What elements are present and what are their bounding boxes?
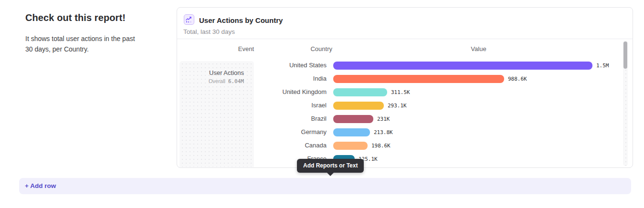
value-bar[interactable] [333,128,370,136]
report-card[interactable]: User Actions by Country Total, last 30 d… [177,7,633,168]
bar-container: 1.5M [333,59,622,72]
bar-value-label: 213.8K [374,129,393,135]
bar-container: 293.1K [333,99,622,112]
chart-row: India 988.6K [177,72,622,85]
value-bar[interactable] [333,115,373,123]
add-reports-tooltip: Add Reports or Text [297,159,364,173]
bar-container: 988.6K [333,72,622,85]
value-bar[interactable] [333,62,592,70]
column-header-country: Country [254,45,332,52]
add-row-label: + Add row [19,178,631,194]
bar-value-label: 311.5K [391,89,410,95]
report-title: User Actions by Country [199,16,283,24]
tooltip-label: Add Reports or Text [303,162,358,169]
add-row-button[interactable]: + Add row [19,178,631,194]
bar-container: 231K [333,112,622,125]
chart-rows: United States 1.5M India 988.6K United K… [177,59,622,166]
chart-row: Brazil 231K [177,112,622,125]
bar-container: 311.5K [333,85,622,99]
bar-container: 125.1K [333,152,622,166]
chart-row: United Kingdom 311.5K [177,85,622,99]
report-subtitle: Total, last 30 days [183,28,235,35]
country-label: Brazil [254,112,327,125]
country-label: United Kingdom [254,85,327,99]
chart-row: France 125.1K [177,152,622,166]
value-bar[interactable] [333,142,368,150]
vertical-scrollbar-track[interactable] [623,41,628,166]
country-label: India [254,72,327,85]
bar-value-label: 231K [377,116,390,122]
insights-chart-icon [184,14,194,25]
vertical-scrollbar-thumb[interactable] [623,42,627,69]
country-label: Canada [254,139,327,152]
page-description: It shows total user actions in the past … [25,34,142,54]
report-card-header: User Actions by Country Total, last 30 d… [177,8,633,39]
bar-value-label: 198.6K [371,143,391,149]
chart-row: Israel 293.1K [177,99,622,112]
chart-row: United States 1.5M [177,59,622,72]
country-label: Israel [254,99,327,112]
bar-chart-table: Event Country Value User Actions Overall… [177,39,633,167]
bar-value-label: 293.1K [388,103,407,109]
column-header-event: Event [179,45,254,52]
bar-container: 198.6K [333,139,622,152]
chart-row: Germany 213.8K [177,125,622,139]
country-label: United States [254,59,327,72]
country-label: Germany [254,125,327,139]
page-title: Check out this report! [25,12,149,23]
intro-text-block: Check out this report! It shows total us… [25,12,149,54]
chart-row: Canada 198.6K [177,139,622,152]
bar-container: 213.8K [333,125,622,139]
value-bar[interactable] [333,75,504,83]
bar-value-label: 1.5M [596,62,609,69]
bar-value-label: 988.6K [508,76,527,82]
value-bar[interactable] [333,88,387,96]
value-bar[interactable] [333,102,384,110]
column-header-value: Value [332,45,625,52]
